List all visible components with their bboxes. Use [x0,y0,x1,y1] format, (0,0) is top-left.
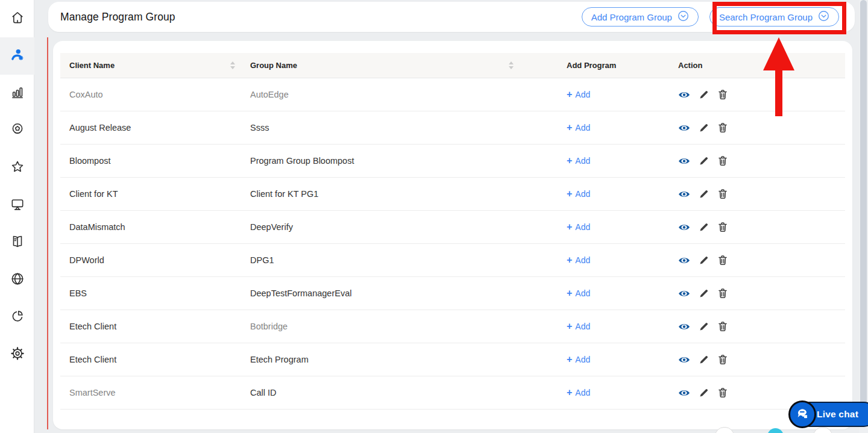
add-program-link[interactable]: + Add [567,123,590,132]
plus-icon: + [567,123,572,132]
edit-icon[interactable] [699,355,709,364]
table-body: CoxAuto AutoEdge + Add August Release Ss… [60,78,845,410]
sidebar-item-settings[interactable] [0,336,34,373]
table-row: Etech Client Etech Program + Add [60,343,845,376]
bar-chart-icon [10,84,25,102]
settings-icon [10,346,25,364]
home-icon [10,10,25,28]
sidebar-item-monitor[interactable] [0,187,34,224]
sidebar-item-home[interactable] [0,0,34,37]
edit-icon[interactable] [699,156,709,166]
client-name-cell: CoxAuto [60,90,250,99]
view-icon[interactable] [678,157,690,166]
group-name-cell: Client for KT PG1 [250,189,567,199]
plus-icon: + [567,355,572,364]
add-program-link[interactable]: + Add [567,288,590,298]
sidebar-item-analytics[interactable] [0,299,34,336]
chevron-down-circle-icon [818,10,829,23]
plus-icon: + [567,322,572,331]
plus-icon: + [567,90,572,99]
edit-icon[interactable] [699,255,709,265]
add-program-group-label: Add Program Group [591,12,672,22]
view-icon[interactable] [678,256,690,265]
search-program-group-button[interactable]: Search Program Group [709,7,839,26]
sidebar-item-favorites[interactable] [0,149,34,187]
group-name-cell: Botbridge [250,322,567,331]
view-icon[interactable] [678,289,690,298]
group-name-cell: Call ID [250,388,567,397]
sidebar-item-user-management[interactable] [0,37,34,75]
add-program-link[interactable]: + Add [567,388,590,397]
client-name-cell: SmartServe [60,388,250,397]
edit-icon[interactable] [699,123,709,132]
edit-icon[interactable] [699,222,709,232]
chevron-down-circle-icon [678,10,689,23]
scrollbar-track[interactable] [859,0,868,433]
group-name-cell: AutoEdge [250,90,567,99]
page-title: Manage Program Group [60,11,175,23]
client-name-cell: DataMismatch [60,222,250,232]
table-row: August Release Ssss + Add [60,111,845,145]
group-name-cell: Program Group Bloompost [250,156,567,166]
group-name-cell: DeepVerify [250,222,567,232]
column-header-action: Action [678,61,845,70]
view-icon[interactable] [678,355,690,364]
scrollbar-thumb[interactable] [860,0,867,425]
delete-icon[interactable] [718,188,728,199]
view-icon[interactable] [678,123,690,132]
table-row: CoxAuto AutoEdge + Add [60,78,845,111]
column-header-group-name: Group Name [250,61,567,70]
delete-icon[interactable] [718,122,728,133]
add-program-link[interactable]: + Add [567,189,590,199]
sort-icon[interactable] [230,61,236,70]
table-row: EBS DeepTestFormanagerEval + Add [60,277,845,310]
delete-icon[interactable] [718,222,728,232]
sidebar [0,0,34,433]
sidebar-item-library[interactable] [0,224,34,261]
edit-icon[interactable] [699,322,709,331]
column-header-add-program: Add Program [567,61,678,70]
edit-icon[interactable] [699,90,709,99]
delete-icon[interactable] [718,387,728,398]
add-program-link[interactable]: + Add [567,222,590,232]
add-program-link[interactable]: + Add [567,322,590,331]
edit-icon[interactable] [699,388,709,397]
sidebar-item-global[interactable] [0,261,34,299]
view-icon[interactable] [678,90,690,99]
column-header-client-name: Client Name [60,61,250,70]
view-icon[interactable] [678,388,690,397]
view-icon[interactable] [678,190,690,199]
delete-icon[interactable] [718,89,728,100]
edit-icon[interactable] [699,288,709,298]
add-program-group-button[interactable]: Add Program Group [582,7,699,26]
delete-icon[interactable] [718,321,728,332]
delete-icon[interactable] [718,155,728,166]
add-program-link[interactable]: + Add [567,255,590,265]
add-program-link[interactable]: + Add [567,355,590,364]
view-icon[interactable] [678,223,690,232]
delete-icon[interactable] [718,354,728,365]
live-chat-button[interactable] [788,400,816,428]
client-name-cell: Etech Client [60,355,250,364]
client-name-cell: DPWorld [60,255,250,265]
plus-icon: + [567,255,572,265]
group-name-cell: DPG1 [250,255,567,265]
table-row: Client for KT Client for KT PG1 + Add [60,178,845,211]
page-header: Manage Program Group Add Program Group S… [48,2,855,32]
pie-chart-icon [10,308,25,326]
client-name-cell: Client for KT [60,189,250,199]
add-program-link[interactable]: + Add [567,90,590,99]
add-program-link[interactable]: + Add [567,156,590,166]
plus-icon: + [567,156,572,166]
sidebar-item-quality[interactable] [0,112,34,149]
delete-icon[interactable] [718,255,728,266]
sort-icon[interactable] [508,61,514,70]
client-name-cell: August Release [60,123,250,132]
sidebar-item-reports[interactable] [0,75,34,112]
table-row: Etech Client Botbridge + Add [60,310,845,343]
client-name-cell: EBS [60,288,250,298]
table-row: DPWorld DPG1 + Add [60,244,845,277]
delete-icon[interactable] [718,288,728,299]
edit-icon[interactable] [699,189,709,199]
view-icon[interactable] [678,322,690,331]
